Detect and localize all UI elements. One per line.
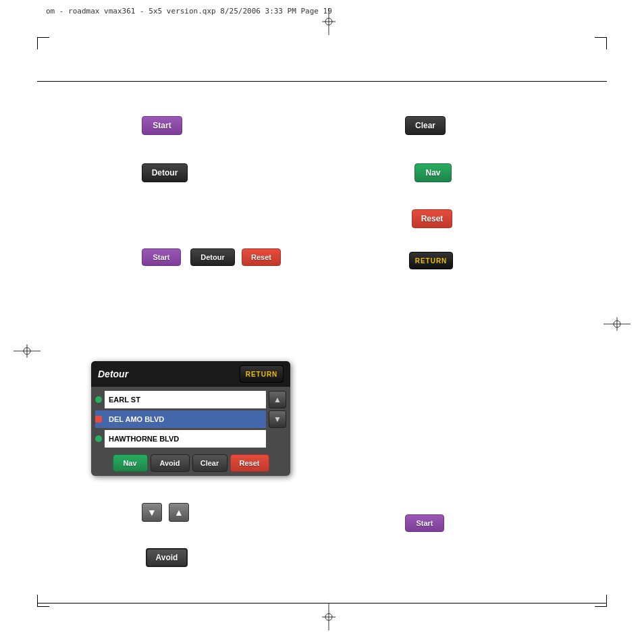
detour-clear-button[interactable]: Clear	[192, 454, 227, 472]
scroll-up-button[interactable]: ▲	[269, 391, 286, 408]
detour-list: EARL ST DEL AMO BLVD HAWTHORNE BLVD ▲ ▼	[91, 387, 290, 452]
scroll-down-button[interactable]: ▼	[269, 410, 286, 428]
status-dot-red	[95, 416, 102, 423]
table-row[interactable]: DEL AMO BLVD	[95, 410, 266, 428]
detour-footer: Nav Avoid Clear Reset	[91, 452, 290, 476]
start-button-1[interactable]: Start	[142, 116, 182, 135]
crosshair-top	[322, 8, 336, 35]
detour-panel-header: Detour RETURN	[91, 361, 290, 387]
status-dot-green	[95, 435, 102, 442]
table-row[interactable]: EARL ST	[95, 391, 266, 408]
street-name: DEL AMO BLVD	[105, 410, 266, 428]
detour-panel-title: Detour	[98, 369, 128, 379]
corner-mark-br	[595, 595, 607, 607]
scroll-arrows: ▲ ▼	[269, 391, 286, 448]
detour-nav-button[interactable]: Nav	[113, 454, 148, 472]
status-dot-green	[95, 396, 102, 403]
standalone-scroll-up-button[interactable]: ▲	[169, 503, 189, 522]
reset-button-1[interactable]: Reset	[412, 209, 452, 228]
detour-button-2[interactable]: Detour	[190, 248, 235, 266]
crosshair-left	[14, 344, 41, 358]
standalone-scroll-down-button[interactable]: ▼	[142, 503, 162, 522]
street-name: EARL ST	[105, 391, 266, 408]
start-button-2[interactable]: Start	[142, 248, 181, 266]
corner-mark-bl	[37, 595, 49, 607]
detour-avoid-button[interactable]: Avoid	[151, 454, 190, 472]
detour-panel: Detour RETURN EARL ST DEL AMO BLVD HAWTH…	[91, 361, 290, 476]
avoid-button-1[interactable]: Avoid	[146, 548, 188, 567]
corner-mark-tl	[37, 37, 49, 49]
table-row[interactable]: HAWTHORNE BLVD	[95, 430, 266, 448]
start-button-3[interactable]: Start	[405, 514, 444, 532]
clear-button-1[interactable]: Clear	[405, 116, 446, 135]
nav-button-1[interactable]: Nav	[414, 163, 452, 182]
reset-button-2[interactable]: Reset	[242, 248, 281, 266]
standalone-arrows: ▼ ▲	[142, 503, 189, 522]
return-button-1[interactable]: RETURN	[409, 252, 453, 269]
header-text: om - roadmax vmax361 - 5x5 version.qxp 8…	[46, 7, 332, 16]
detour-return-button[interactable]: RETURN	[240, 365, 284, 383]
detour-items: EARL ST DEL AMO BLVD HAWTHORNE BLVD	[95, 391, 266, 448]
crosshair-right	[603, 317, 630, 331]
top-rule	[37, 81, 607, 82]
street-name: HAWTHORNE BLVD	[105, 430, 266, 448]
corner-mark-tr	[595, 37, 607, 49]
crosshair-bottom	[322, 603, 336, 630]
detour-button-1[interactable]: Detour	[142, 163, 188, 182]
detour-reset-button[interactable]: Reset	[230, 454, 269, 472]
